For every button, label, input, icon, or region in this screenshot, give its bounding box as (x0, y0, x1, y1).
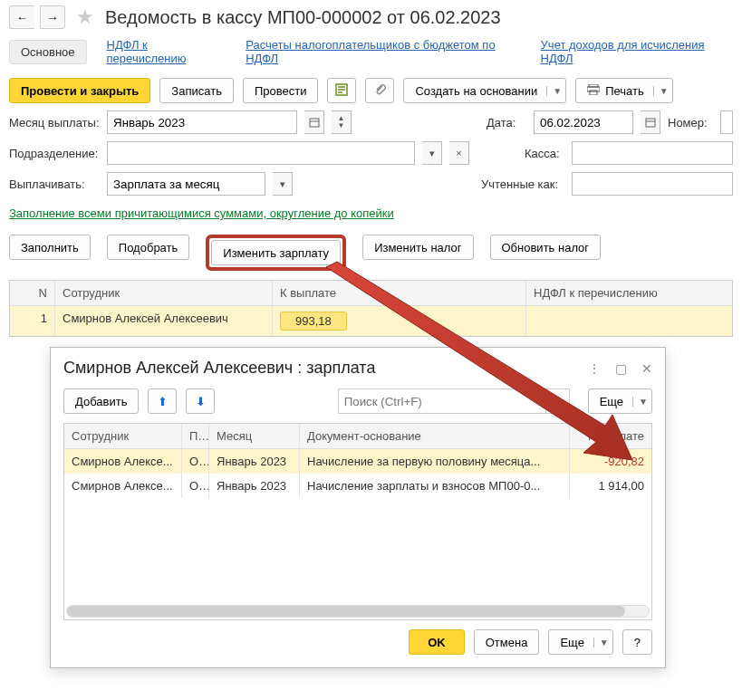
page-title: Ведомость в кассу МП00-000002 от 06.02.2… (105, 7, 501, 28)
horizontal-scrollbar[interactable] (66, 605, 650, 618)
change-salary-button[interactable]: Изменить зарплату (211, 240, 341, 265)
cell-n: 1 (10, 306, 55, 336)
add-row-button[interactable]: Добавить (63, 388, 139, 414)
date-calendar-icon[interactable] (641, 110, 660, 134)
attach-button[interactable] (365, 78, 394, 103)
refresh-tax-button[interactable]: Обновить налог (490, 235, 602, 260)
nav-back-button[interactable]: ← (9, 5, 34, 29)
mcol-pay[interactable]: К выплате (570, 424, 651, 448)
chevron-down-icon: ▼ (632, 397, 648, 407)
accounted-input[interactable] (572, 172, 733, 196)
dept-dropdown-icon[interactable]: ▾ (422, 141, 442, 165)
write-button[interactable]: Записать (159, 78, 234, 103)
month-input[interactable] (107, 110, 297, 134)
pay-label: Выплачивать: (9, 177, 100, 191)
fill-settings-link[interactable]: Заполнение всеми причитающимися суммами,… (9, 203, 394, 227)
kassa-input[interactable] (572, 141, 733, 165)
kassa-label: Касса: (525, 147, 564, 160)
number-input[interactable] (720, 110, 733, 134)
search-clear-icon[interactable]: × (546, 388, 570, 414)
date-label: Дата: (487, 116, 526, 129)
printer-icon (587, 84, 600, 98)
footer-more-button[interactable]: Еще ▼ (548, 629, 612, 655)
salary-detail-modal: Смирнов Алексей Алексеевич : зарплата ⋮ … (50, 347, 666, 668)
arrow-right-icon: → (46, 11, 58, 24)
fill-button[interactable]: Заполнить (9, 235, 91, 260)
modal-row[interactable]: Смирнов Алексе... О... Январь 2023 Начис… (64, 449, 651, 474)
svg-rect-4 (310, 119, 319, 127)
create-based-button[interactable]: Создать на основании ▼ (403, 78, 566, 103)
help-button[interactable]: ? (622, 629, 652, 655)
col-n[interactable]: N (10, 281, 55, 305)
chevron-down-icon: ▼ (653, 86, 669, 96)
ok-button[interactable]: OK (409, 629, 465, 655)
dept-label: Подразделение: (9, 147, 100, 160)
number-label: Номер: (668, 116, 713, 129)
paperclip-icon (373, 83, 386, 99)
dept-clear-icon[interactable]: × (449, 141, 469, 165)
close-icon[interactable]: ✕ (641, 361, 652, 376)
change-tax-button[interactable]: Изменить налог (362, 235, 473, 260)
salary-detail-grid: Сотрудник П... Месяц Документ-основание … (63, 423, 652, 620)
modal-search-input[interactable] (338, 388, 546, 414)
mcol-p[interactable]: П... (182, 424, 209, 448)
modal-more-button[interactable]: Еще ▼ (588, 388, 652, 414)
cell-ndfl (526, 306, 732, 336)
mcol-month[interactable]: Месяц (209, 424, 300, 448)
col-ndfl[interactable]: НДФЛ к перечислению (526, 281, 732, 305)
arrow-left-icon: ← (16, 11, 28, 24)
select-button[interactable]: Подобрать (107, 235, 189, 260)
post-close-button[interactable]: Провести и закрыть (9, 78, 150, 103)
scrollbar-thumb[interactable] (67, 606, 625, 617)
col-pay[interactable]: К выплате (273, 281, 526, 305)
callout-highlight: Изменить зарплату (206, 235, 346, 271)
employees-grid: N Сотрудник К выплате НДФЛ к перечислени… (9, 280, 733, 337)
print-button[interactable]: Печать ▼ (575, 78, 673, 103)
chevron-down-icon: ▼ (593, 638, 609, 647)
mcol-doc[interactable]: Документ-основание (300, 424, 570, 448)
report-button[interactable] (327, 78, 356, 103)
grid-row[interactable]: 1 Смирнов Алексей Алексеевич 993,18 (10, 306, 732, 336)
post-button[interactable]: Провести (243, 78, 319, 103)
tab-ndfl-income[interactable]: Учет доходов для исчисления НДФЛ (541, 38, 733, 65)
col-employee[interactable]: Сотрудник (55, 281, 273, 305)
window-icon[interactable]: ▢ (615, 361, 627, 376)
modal-title: Смирнов Алексей Алексеевич : зарплата (63, 359, 375, 378)
cell-employee: Смирнов Алексей Алексеевич (55, 306, 273, 336)
arrow-down-icon: ⬇ (196, 395, 206, 408)
cell-pay: 993,18 (273, 306, 526, 336)
move-down-button[interactable]: ⬇ (186, 388, 215, 414)
pay-type-input[interactable] (107, 172, 265, 196)
move-up-button[interactable]: ⬆ (148, 388, 177, 414)
accounted-label: Учтенные как: (481, 177, 564, 191)
calendar-icon[interactable] (304, 110, 324, 134)
pay-chip[interactable]: 993,18 (280, 312, 347, 331)
favorite-star-icon[interactable]: ★ (76, 5, 94, 29)
modal-row[interactable]: Смирнов Алексе... О... Январь 2023 Начис… (64, 474, 651, 498)
kebab-menu-icon[interactable]: ⋮ (588, 361, 601, 376)
chevron-down-icon: ▼ (546, 86, 562, 96)
tab-main[interactable]: Основное (9, 40, 87, 64)
pay-type-dropdown-icon[interactable]: ▾ (273, 172, 293, 196)
nav-forward-button[interactable]: → (40, 5, 65, 29)
month-label: Месяц выплаты: (9, 116, 100, 129)
tab-ndfl-transfer[interactable]: НДФЛ к перечислению (107, 38, 226, 65)
report-icon (335, 83, 348, 99)
mcol-employee[interactable]: Сотрудник (64, 424, 182, 448)
tab-ndfl-budget[interactable]: Расчеты налогоплательщиков с бюджетом по… (246, 38, 520, 65)
date-input[interactable] (534, 110, 633, 134)
dept-input[interactable] (107, 141, 415, 165)
svg-rect-5 (646, 119, 655, 127)
arrow-up-icon: ⬆ (158, 395, 168, 408)
month-stepper[interactable]: ▲▼ (332, 110, 352, 134)
cancel-button[interactable]: Отмена (474, 629, 540, 655)
